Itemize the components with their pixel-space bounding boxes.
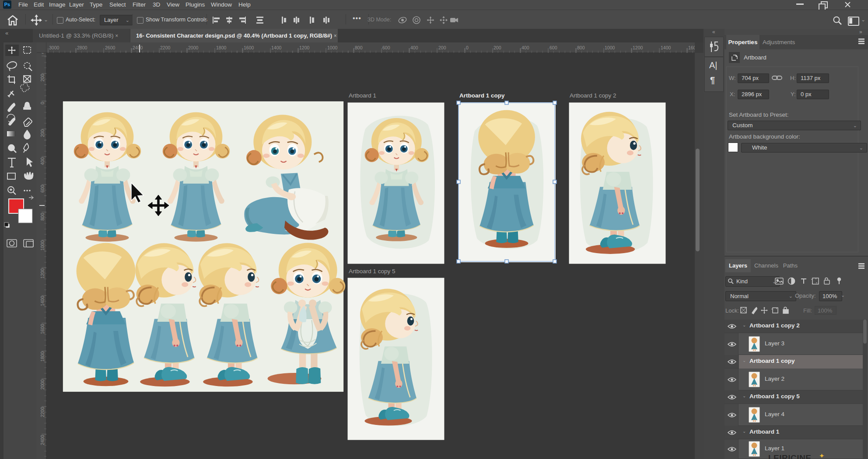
svg-text:Artboard 1 copy: Artboard 1 copy — [459, 92, 505, 99]
svg-text:Artboard 1: Artboard 1 — [349, 92, 376, 99]
svg-text:Artboard 1 copy 5: Artboard 1 copy 5 — [349, 268, 396, 275]
svg-text:Artboard 1 copy 2: Artboard 1 copy 2 — [570, 92, 616, 99]
